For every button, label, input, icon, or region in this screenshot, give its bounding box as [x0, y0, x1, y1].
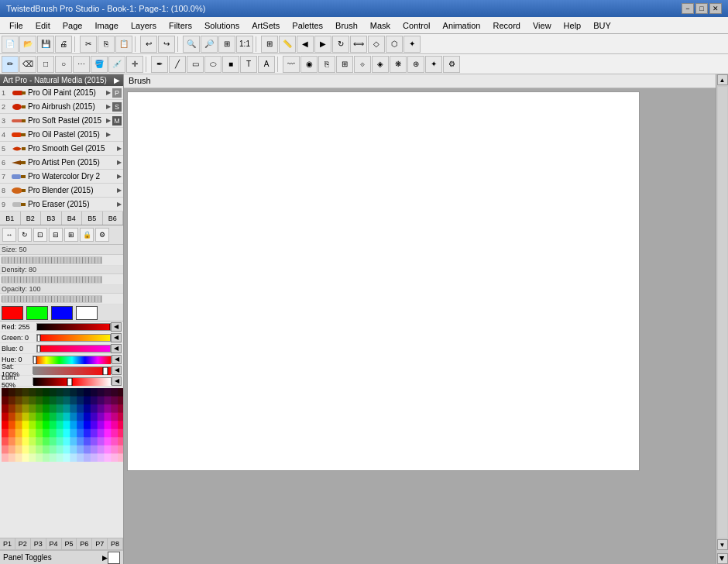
text-tool-button[interactable]: A	[258, 56, 275, 73]
misc-tool4[interactable]: ✦	[425, 56, 442, 73]
misc-tool2[interactable]: ❋	[390, 56, 407, 73]
blue-slider[interactable]	[36, 345, 111, 352]
close-button[interactable]: ✕	[709, 3, 722, 14]
secondary-color-swatch[interactable]	[26, 306, 48, 320]
tertiary-color-swatch[interactable]	[51, 306, 73, 320]
eraser-tool-button[interactable]: ⌫	[19, 56, 36, 73]
menu-brush[interactable]: Brush	[329, 17, 364, 33]
p-tab-8[interactable]: P8	[108, 538, 123, 549]
brush-item-3[interactable]: 3 Pro Soft Pastel (2015 ▶ M	[0, 114, 123, 128]
zoom-100-button[interactable]: 1:1	[236, 36, 253, 53]
minimize-button[interactable]: −	[682, 3, 694, 14]
p-tab-2[interactable]: P2	[15, 538, 31, 549]
lum-slider[interactable]	[33, 377, 112, 385]
scroll-down-arrow[interactable]: ▼	[717, 539, 728, 550]
blue-scroll-left[interactable]: ◀	[111, 344, 122, 353]
menu-edit[interactable]: Edit	[29, 17, 57, 33]
pattern-button[interactable]: ⊞	[336, 56, 353, 73]
white-swatch[interactable]	[108, 552, 120, 564]
menu-image[interactable]: Image	[88, 17, 125, 33]
red-slider[interactable]	[36, 323, 111, 331]
menu-mask[interactable]: Mask	[364, 17, 397, 33]
page-nav-button[interactable]: ◀	[297, 36, 314, 53]
eyedropper-button[interactable]: 💉	[108, 56, 125, 73]
misc-tool1[interactable]: ◈	[372, 56, 389, 73]
menu-solutions[interactable]: Solutions	[198, 17, 246, 33]
tool-icon-1[interactable]: ↔	[2, 228, 16, 242]
brush-item-4[interactable]: 4 Pro Oil Pastel (2015) ▶ _	[0, 128, 123, 142]
misc-btn3[interactable]: ✦	[403, 36, 421, 53]
p-tab-1[interactable]: P1	[0, 538, 15, 549]
tool-icon-7[interactable]: ⚙	[95, 228, 109, 242]
undo-button[interactable]: ↩	[140, 36, 157, 53]
menu-record[interactable]: Record	[486, 17, 526, 33]
brush-tab-b4[interactable]: B4	[62, 212, 83, 225]
copy-button[interactable]: ⎘	[98, 36, 115, 53]
print-button[interactable]: 🖨	[55, 36, 72, 53]
move-button[interactable]: ✛	[126, 56, 143, 73]
tool-icon-4[interactable]: ⊟	[49, 228, 63, 242]
panel-toggles[interactable]: Panel Toggles ▶	[0, 550, 123, 564]
white-color-swatch[interactable]	[76, 306, 98, 320]
misc-tool5[interactable]: ⚙	[443, 56, 460, 73]
maximize-button[interactable]: □	[695, 3, 708, 14]
tool-icon-5[interactable]: ⊞	[64, 228, 78, 242]
hue-slider[interactable]	[33, 356, 112, 363]
palette-canvas[interactable]	[2, 388, 123, 462]
clone-button[interactable]: ⎘	[318, 56, 335, 73]
lasso-button[interactable]: ⋯	[73, 56, 90, 73]
flip-button[interactable]: ⟺	[350, 36, 367, 53]
cut-button[interactable]: ✂	[80, 36, 97, 53]
page-nav-next-button[interactable]: ▶	[314, 36, 331, 53]
zoom-fit-button[interactable]: ⊞	[218, 36, 235, 53]
text-button[interactable]: T	[240, 56, 257, 73]
rotate-button[interactable]: ↻	[332, 36, 349, 53]
save-button[interactable]: 💾	[37, 36, 54, 53]
new-file-button[interactable]: 📄	[2, 36, 19, 53]
grid-button[interactable]: ⊞	[261, 36, 278, 53]
warp-button[interactable]: ⟐	[354, 56, 371, 73]
paste-button[interactable]: 📋	[115, 36, 132, 53]
tool-icon-6[interactable]: 🔒	[80, 228, 94, 242]
brush-item-9[interactable]: 9 Pro Eraser (2015) ▶	[0, 198, 123, 212]
foreground-color-swatch[interactable]	[2, 306, 23, 320]
menu-buy[interactable]: BUY	[587, 17, 617, 33]
opacity-gradient-bar[interactable]	[2, 295, 122, 303]
misc-btn2[interactable]: ⬡	[386, 36, 403, 53]
zoom-out-button[interactable]: 🔎	[201, 36, 218, 53]
green-slider[interactable]	[36, 334, 111, 342]
misc-tool3[interactable]: ⊛	[407, 56, 424, 73]
p-tab-3[interactable]: P3	[31, 538, 46, 549]
tool-icon-3[interactable]: ⊡	[33, 228, 47, 242]
zoom-in-button[interactable]: 🔍	[183, 36, 200, 53]
brush-item-1[interactable]: 1 Pro Oil Paint (2015) ▶ P	[0, 86, 123, 100]
menu-filters[interactable]: Filters	[163, 17, 198, 33]
p-tab-7[interactable]: P7	[92, 538, 108, 549]
select-ellipse-button[interactable]: ○	[55, 56, 72, 73]
smudge-button[interactable]: 〰	[283, 56, 300, 73]
menu-animation[interactable]: Animation	[437, 17, 487, 33]
brush-tab-b3[interactable]: B3	[41, 212, 62, 225]
line-button[interactable]: ╱	[169, 56, 186, 73]
scroll-up-arrow[interactable]: ▲	[717, 74, 728, 85]
brush-item-6[interactable]: 6 Pro Artist Pen (2015) ▶	[0, 156, 123, 170]
scroll-right-collapse[interactable]: ▶	[717, 553, 728, 564]
menu-control[interactable]: Control	[397, 17, 436, 33]
shape-fill-button[interactable]: ■	[222, 56, 239, 73]
rulers-button[interactable]: 📏	[279, 36, 296, 53]
size-gradient-bar[interactable]	[2, 256, 122, 264]
p-tab-4[interactable]: P4	[46, 538, 62, 549]
pen-button[interactable]: ✒	[151, 56, 168, 73]
hue-scroll-left[interactable]: ◀	[112, 355, 122, 364]
p-tab-6[interactable]: P6	[77, 538, 92, 549]
brush-item-5[interactable]: 5 Pro Smooth Gel (2015 ▶	[0, 142, 123, 156]
menu-palettes[interactable]: Palettes	[286, 17, 329, 33]
brush-tab-b5[interactable]: B5	[82, 212, 103, 225]
shape-ellipse-button[interactable]: ⬭	[204, 56, 221, 73]
blur-button[interactable]: ◉	[300, 56, 318, 73]
brush-item-8[interactable]: 8 Pro Blender (2015) ▶	[0, 184, 123, 198]
select-rect-button[interactable]: □	[37, 56, 54, 73]
menu-page[interactable]: Page	[57, 17, 89, 33]
menu-artsets[interactable]: ArtSets	[246, 17, 286, 33]
sat-slider[interactable]	[33, 366, 112, 374]
